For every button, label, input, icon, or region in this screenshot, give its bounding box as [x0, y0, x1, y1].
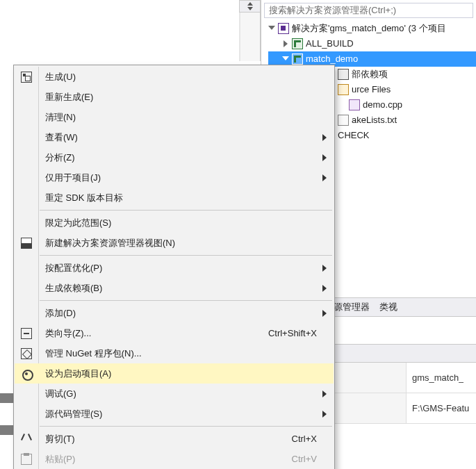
menu-item-build[interactable]: 生成(U): [15, 67, 334, 87]
menu-item-label: 生成依赖项(B): [38, 282, 317, 295]
submenu-arrow-icon: [322, 285, 327, 292]
menu-item-label: 限定为此范围(S): [38, 217, 317, 229]
editor-margin: [239, 13, 261, 61]
tree-solution-root[interactable]: 解决方案'gms_match_demo' (3 个项目: [268, 21, 476, 36]
menu-item-set-startup[interactable]: 设为启动项目(A): [15, 363, 334, 384]
menu-item-add[interactable]: 添加(D): [15, 303, 334, 323]
menu-separator: [40, 255, 332, 256]
menu-item-shortcut: Ctrl+Shift+X: [260, 328, 317, 338]
menu-item-pgo[interactable]: 按配置优化(P): [15, 258, 334, 278]
menu-item-gutter: [15, 258, 38, 278]
menu-item-build-deps[interactable]: 生成依赖项(B): [15, 278, 334, 298]
menu-item-shortcut: Ctrl+V: [284, 454, 317, 464]
menu-item-gutter: [15, 323, 38, 343]
menu-item-label: 新建解决方案资源管理器视图(N): [38, 237, 317, 249]
tree-label: CHECK: [338, 128, 370, 143]
tab-class-view[interactable]: 类视: [379, 301, 397, 313]
menu-item-label: 清理(N): [38, 111, 317, 124]
menu-item-scc[interactable]: 源代码管理(S): [15, 404, 334, 424]
menu-item-project-only[interactable]: 仅用于项目(J): [15, 167, 334, 188]
submenu-arrow-icon: [322, 134, 327, 141]
menu-item-label: 管理 NuGet 程序包(N)...: [38, 347, 317, 360]
menu-item-gutter: [15, 278, 38, 298]
menu-item-new-view[interactable]: 新建解决方案资源管理器视图(N): [15, 233, 334, 253]
submenu-arrow-icon: [322, 265, 327, 272]
menu-item-class-wizard[interactable]: 类向导(Z)...Ctrl+Shift+X: [15, 323, 334, 343]
nuget-icon: [21, 348, 32, 359]
menu-item-nuget[interactable]: 管理 NuGet 程序包(N)...: [15, 343, 334, 363]
text-file-icon: [338, 115, 349, 126]
tree-label: 解决方案'gms_match_demo' (3 个项目: [292, 21, 446, 36]
menu-item-label: 查看(W): [38, 131, 317, 144]
menu-item-gutter: [15, 384, 38, 404]
menu-item-cut[interactable]: 剪切(T)Ctrl+X: [15, 429, 334, 449]
menu-item-gutter: [15, 404, 38, 424]
menu-item-label: 生成(U): [38, 71, 317, 83]
submenu-arrow-icon: [322, 310, 327, 317]
menu-item-label: 添加(D): [38, 307, 317, 320]
folder-icon: [338, 84, 349, 95]
menu-item-gutter: [15, 303, 38, 323]
menu-item-scope[interactable]: 限定为此范围(S): [15, 213, 334, 233]
menu-item-gutter: [15, 233, 38, 253]
menu-item-gutter: [15, 87, 38, 107]
expander-icon[interactable]: [282, 55, 290, 63]
menu-item-analyze[interactable]: 分析(Z): [15, 147, 334, 167]
menu-item-label: 设为启动项目(A): [38, 368, 317, 380]
menu-item-gutter: [15, 127, 38, 147]
menu-item-label: 源代码管理(S): [38, 408, 317, 420]
menu-item-label: 重新生成(E): [38, 91, 317, 104]
menu-item-retarget[interactable]: 重定 SDK 版本目标: [15, 188, 334, 208]
editor-splitter-handle[interactable]: [239, 0, 261, 13]
menu-item-gutter: [15, 67, 38, 87]
references-icon: [338, 69, 349, 80]
menu-separator: [40, 426, 332, 427]
menu-item-gutter: [15, 188, 38, 208]
cw-icon: [21, 328, 32, 339]
menu-item-rebuild[interactable]: 重新生成(E): [15, 87, 334, 107]
tree-label: demo.cpp: [363, 97, 402, 113]
view-icon: [21, 238, 32, 249]
tree-label: ALL_BUILD: [306, 36, 354, 51]
paste-icon: [21, 454, 32, 465]
menu-item-gutter: [15, 449, 38, 469]
submenu-arrow-icon: [322, 390, 327, 397]
menu-item-gutter: [15, 147, 38, 167]
property-value-cell[interactable]: F:\GMS-Featu: [407, 403, 469, 413]
menu-item-label: 剪切(T): [38, 433, 284, 445]
solution-icon: [278, 23, 289, 34]
menu-item-label: 重定 SDK 版本目标: [38, 192, 317, 204]
gear-icon: [21, 368, 32, 379]
menu-item-debug[interactable]: 调试(G): [15, 384, 334, 404]
tree-label: 部依赖项: [352, 67, 388, 82]
project-icon: [292, 54, 303, 65]
menu-item-label: 类向导(Z)...: [38, 327, 260, 340]
project-icon: [292, 38, 303, 49]
tree-project-all-build[interactable]: ALL_BUILD: [268, 36, 476, 51]
expander-icon[interactable]: [282, 40, 290, 48]
menu-item-shortcut: Ctrl+X: [284, 434, 317, 444]
tree-label: akeLists.txt: [352, 113, 397, 128]
solution-explorer-search-input[interactable]: 搜索解决方案资源管理器(Ctrl+;): [264, 3, 473, 18]
menu-item-gutter: [15, 107, 38, 127]
menu-separator: [40, 300, 332, 301]
tree-label: urce Files: [352, 82, 391, 97]
menu-item-label: 粘贴(P): [38, 453, 284, 466]
menu-item-label: 按配置优化(P): [38, 262, 317, 274]
submenu-arrow-icon: [322, 154, 327, 161]
menu-item-gutter: [15, 167, 38, 188]
submenu-arrow-icon: [322, 174, 327, 181]
submenu-arrow-icon: [322, 411, 327, 418]
menu-item-gutter: [15, 363, 38, 384]
menu-separator: [40, 210, 332, 211]
project-context-menu: 生成(U)重新生成(E)清理(N)查看(W)分析(Z)仅用于项目(J)重定 SD…: [13, 65, 335, 469]
menu-item-view[interactable]: 查看(W): [15, 127, 334, 147]
cut-icon: [21, 434, 32, 445]
menu-item-paste: 粘贴(P)Ctrl+V: [15, 449, 334, 469]
menu-item-label: 仅用于项目(J): [38, 172, 317, 184]
menu-item-gutter: [15, 343, 38, 363]
menu-item-label: 调试(G): [38, 388, 317, 400]
property-value-cell[interactable]: gms_match_: [407, 372, 463, 383]
expander-icon[interactable]: [268, 24, 277, 33]
menu-item-clean[interactable]: 清理(N): [15, 107, 334, 127]
